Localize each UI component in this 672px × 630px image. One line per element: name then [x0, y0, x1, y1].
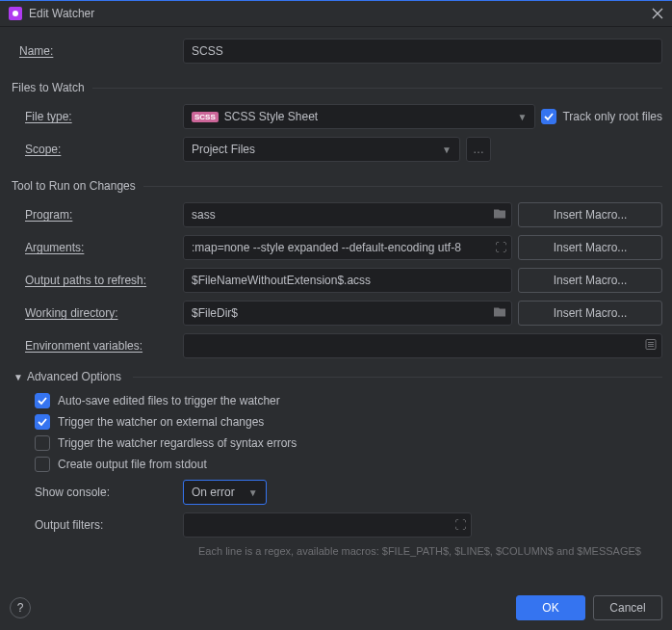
tool-header: Tool to Run on Changes [10, 170, 662, 202]
chevron-down-icon: ▼ [518, 112, 528, 122]
program-macro-button[interactable]: Insert Macro... [518, 202, 662, 227]
file-type-value: SCSS Style Sheet [224, 110, 318, 123]
help-button[interactable]: ? [10, 597, 31, 618]
close-icon[interactable] [651, 7, 664, 20]
working-dir-label: Working directory: [25, 306, 117, 320]
ellipsis-icon: … [473, 143, 484, 156]
chevron-down-icon: ▼ [13, 372, 23, 382]
svg-point-1 [13, 11, 18, 16]
expand-icon[interactable]: ⛶ [454, 518, 466, 532]
expand-icon[interactable]: ⛶ [495, 241, 506, 254]
name-label: Name: [19, 44, 53, 58]
autosave-label: Auto-save edited files to trigger the wa… [58, 394, 280, 407]
autosave-checkbox[interactable] [35, 393, 50, 408]
external-changes-checkbox[interactable] [35, 414, 50, 430]
arguments-input[interactable] [183, 235, 512, 260]
chevron-down-icon: ▼ [248, 487, 258, 498]
file-type-label: File type: [25, 110, 72, 123]
working-dir-input[interactable] [183, 301, 512, 326]
output-paths-label: Output paths to refresh: [25, 274, 146, 287]
chevron-down-icon: ▼ [442, 144, 452, 155]
output-filters-label: Output filters: [35, 518, 103, 532]
output-filters-hint: Each line is a regex, available macros: … [10, 545, 662, 557]
create-output-label: Create output file from stdout [58, 458, 207, 471]
files-to-watch-header: Files to Watch [10, 71, 662, 104]
working-dir-macro-button[interactable]: Insert Macro... [518, 301, 662, 326]
list-icon[interactable] [645, 339, 657, 354]
help-icon: ? [17, 601, 24, 615]
show-console-dropdown[interactable]: On error ▼ [183, 480, 267, 505]
env-label: Environment variables: [25, 339, 142, 353]
scope-dropdown[interactable]: Project Files ▼ [183, 137, 460, 162]
folder-icon[interactable] [493, 306, 506, 321]
file-type-dropdown[interactable]: SCSS SCSS Style Sheet ▼ [183, 104, 535, 129]
arguments-label: Arguments: [25, 241, 84, 254]
program-label: Program: [25, 208, 72, 222]
cancel-button[interactable]: Cancel [593, 595, 662, 620]
track-root-checkbox[interactable] [541, 109, 556, 124]
name-input[interactable] [183, 39, 662, 64]
scope-label: Scope: [25, 143, 61, 156]
show-console-label: Show console: [35, 486, 110, 499]
regardless-errors-label: Trigger the watcher regardless of syntax… [58, 436, 297, 450]
scope-value: Project Files [192, 143, 255, 156]
app-icon [8, 6, 23, 21]
advanced-options-toggle[interactable]: ▼ Advanced Options [13, 370, 662, 383]
scope-browse-button[interactable]: … [466, 137, 491, 162]
output-paths-macro-button[interactable]: Insert Macro... [518, 268, 662, 293]
external-changes-label: Trigger the watcher on external changes [58, 415, 264, 429]
create-output-checkbox[interactable] [35, 457, 50, 472]
output-paths-input[interactable] [183, 268, 512, 293]
show-console-value: On error [192, 486, 235, 499]
output-filters-input[interactable] [183, 512, 472, 538]
folder-icon[interactable] [493, 208, 506, 223]
advanced-title: Advanced Options [27, 370, 121, 383]
regardless-errors-checkbox[interactable] [35, 435, 50, 451]
window-title: Edit Watcher [29, 7, 651, 20]
scss-file-icon: SCSS [192, 112, 219, 122]
program-input[interactable] [183, 202, 512, 227]
ok-button[interactable]: OK [516, 595, 585, 620]
title-bar: Edit Watcher [0, 0, 672, 27]
arguments-macro-button[interactable]: Insert Macro... [518, 235, 662, 260]
env-input[interactable] [183, 333, 662, 358]
track-root-label: Track only root files [562, 110, 662, 123]
